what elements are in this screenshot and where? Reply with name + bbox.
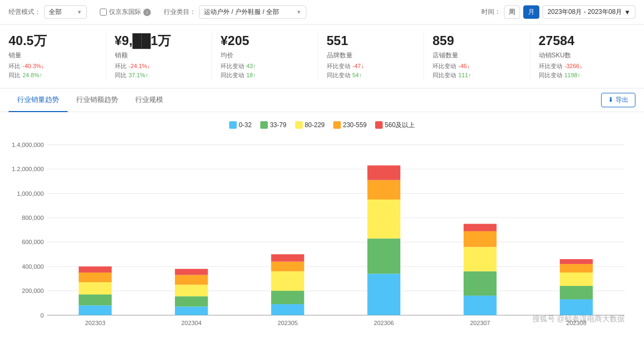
time-label: 时间： <box>481 8 501 17</box>
bar-1-seg-4[interactable] <box>175 269 208 275</box>
stat-label-1: 销额 <box>115 51 203 60</box>
stat-card-2: ¥205均价环比变动43↑同比变动18↑ <box>212 33 318 79</box>
svg-text:200,000: 200,000 <box>22 288 44 294</box>
bar-chart-svg: 0200,000400,000600,000800,0001,000,0001.… <box>9 136 635 340</box>
stat-card-5: 27584动销SKU数环比变动-3266↓同比变动1198↑ <box>530 33 636 79</box>
bar-2-seg-3[interactable] <box>271 261 304 271</box>
stat-change-1-1: 同比37.1%↑ <box>115 71 203 79</box>
stat-main-5: 27584 <box>539 33 627 49</box>
tab-item-1[interactable]: 行业销额趋势 <box>68 89 127 112</box>
bar-0-seg-3[interactable] <box>79 273 112 282</box>
bar-5-seg-0[interactable] <box>560 299 592 315</box>
date-range-picker[interactable]: 2023年08月 - 2023年08月 ▼ <box>543 5 635 19</box>
bar-1-seg-0[interactable] <box>175 306 208 315</box>
bar-2-seg-1[interactable] <box>271 291 304 304</box>
bar-1-seg-3[interactable] <box>175 275 208 284</box>
bar-3-seg-1[interactable] <box>368 238 400 274</box>
stat-main-0: 40.5万 <box>9 33 97 49</box>
bar-4-seg-0[interactable] <box>464 296 496 315</box>
bar-3-seg-4[interactable] <box>368 165 400 180</box>
svg-text:202306: 202306 <box>374 320 394 326</box>
calendar-icon: ▼ <box>624 9 631 16</box>
industry-label: 行业类目： <box>164 8 196 17</box>
svg-text:1.4,000,000: 1.4,000,000 <box>12 142 44 148</box>
bar-5-seg-2[interactable] <box>560 273 592 286</box>
bar-0-seg-1[interactable] <box>79 295 112 305</box>
stat-change-0-1: 同比24.8%↑ <box>9 71 97 79</box>
stat-change-4-0: 环比变动-46↓ <box>433 62 521 70</box>
stat-label-0: 销量 <box>9 51 97 60</box>
jd-intl-info-icon[interactable]: i <box>143 9 151 16</box>
svg-text:202305: 202305 <box>277 320 298 326</box>
bar-1-seg-2[interactable] <box>175 285 208 297</box>
bar-3-seg-3[interactable] <box>368 180 400 199</box>
stat-card-1: ¥9,██1万销额环比-24.1%↓同比37.1%↑ <box>106 33 213 79</box>
bar-2-seg-2[interactable] <box>271 271 304 291</box>
legend-color-2 <box>295 121 303 129</box>
svg-text:202308: 202308 <box>566 320 587 326</box>
industry-group: 行业类目： 运动户外 / 户外鞋服 / 全部 ▼ <box>164 5 306 19</box>
week-btn[interactable]: 周 <box>504 5 520 19</box>
chart-area: 0-3233-7980-229230-559560及以上 0200,000400… <box>0 112 644 346</box>
bar-5-seg-3[interactable] <box>560 264 592 273</box>
tab-item-0[interactable]: 行业销量趋势 <box>9 89 68 112</box>
chart-legend: 0-3233-7980-229230-559560及以上 <box>9 121 635 130</box>
download-icon: ⬇ <box>608 96 613 104</box>
tab-bar-actions: ⬇ 导出 <box>601 93 635 107</box>
bar-4-seg-1[interactable] <box>464 271 496 296</box>
bar-4-seg-3[interactable] <box>464 231 496 247</box>
tab-item-2[interactable]: 行业规模 <box>127 89 172 112</box>
stat-card-3: 551品牌数量环比变动-47↓同比变动54↑ <box>318 33 425 79</box>
svg-text:202307: 202307 <box>470 320 491 326</box>
svg-text:800,000: 800,000 <box>22 215 44 221</box>
biz-mode-label: 经营模式： <box>9 8 41 17</box>
industry-select[interactable]: 运动户外 / 户外鞋服 / 全部 ▼ <box>199 5 306 19</box>
legend-item-4: 560及以上 <box>375 121 415 130</box>
legend-item-2: 80-229 <box>295 121 325 129</box>
svg-text:202304: 202304 <box>181 320 202 326</box>
legend-item-3: 230-559 <box>333 121 367 129</box>
legend-label-3: 230-559 <box>343 121 367 129</box>
bar-2-seg-0[interactable] <box>271 304 304 315</box>
stat-change-2-1: 同比变动18↑ <box>221 71 309 79</box>
bar-4-seg-2[interactable] <box>464 247 496 271</box>
svg-text:0: 0 <box>40 312 43 318</box>
legend-label-4: 560及以上 <box>385 121 415 130</box>
bar-1-seg-1[interactable] <box>175 296 208 306</box>
page-wrapper: 经营模式： 全部 ▼ 仅京东国际 i 行业类目： 运动户外 / 户外鞋服 / 全… <box>0 0 644 346</box>
legend-item-0: 0-32 <box>229 121 252 129</box>
export-button[interactable]: ⬇ 导出 <box>601 93 635 107</box>
svg-text:600,000: 600,000 <box>22 239 44 245</box>
month-btn[interactable]: 月 <box>523 5 539 19</box>
svg-text:400,000: 400,000 <box>22 263 44 270</box>
biz-mode-arrow-icon: ▼ <box>77 9 82 15</box>
stat-change-2-0: 环比变动43↑ <box>221 62 309 70</box>
biz-mode-select[interactable]: 全部 ▼ <box>44 5 87 19</box>
stat-main-2: ¥205 <box>221 33 309 49</box>
stat-label-4: 店铺数量 <box>433 51 521 60</box>
bar-5-seg-1[interactable] <box>560 286 592 299</box>
legend-label-2: 80-229 <box>305 121 325 129</box>
jd-intl-checkbox[interactable] <box>100 9 107 16</box>
stat-change-3-0: 环比变动-47↓ <box>327 62 415 70</box>
tab-bar: 行业销量趋势行业销额趋势行业规模 ⬇ 导出 <box>0 89 644 112</box>
bar-0-seg-2[interactable] <box>79 282 112 295</box>
filter-bar: 经营模式： 全部 ▼ 仅京东国际 i 行业类目： 运动户外 / 户外鞋服 / 全… <box>0 0 644 25</box>
bar-3-seg-2[interactable] <box>368 200 400 239</box>
stat-change-3-1: 同比变动54↑ <box>327 71 415 79</box>
bar-4-seg-4[interactable] <box>464 224 496 231</box>
bar-5-seg-4[interactable] <box>560 259 592 264</box>
stat-change-4-1: 同比变动111↑ <box>433 71 521 79</box>
legend-label-0: 0-32 <box>239 121 252 129</box>
legend-label-1: 33-79 <box>270 121 287 129</box>
stat-main-1: ¥9,██1万 <box>115 33 203 49</box>
bar-0-seg-4[interactable] <box>79 266 112 272</box>
svg-text:1.2,000,000: 1.2,000,000 <box>12 166 44 172</box>
stat-change-1-0: 环比-24.1%↓ <box>115 62 203 70</box>
time-group: 时间： 周 月 2023年08月 - 2023年08月 ▼ <box>481 5 635 19</box>
bar-0-seg-0[interactable] <box>79 305 112 315</box>
jd-intl-group: 仅京东国际 i <box>100 8 151 17</box>
bar-3-seg-0[interactable] <box>368 274 400 315</box>
stats-row: 40.5万销量环比-40.3%↓同比24.8%↑¥9,██1万销额环比-24.1… <box>0 25 644 89</box>
bar-2-seg-4[interactable] <box>271 254 304 262</box>
